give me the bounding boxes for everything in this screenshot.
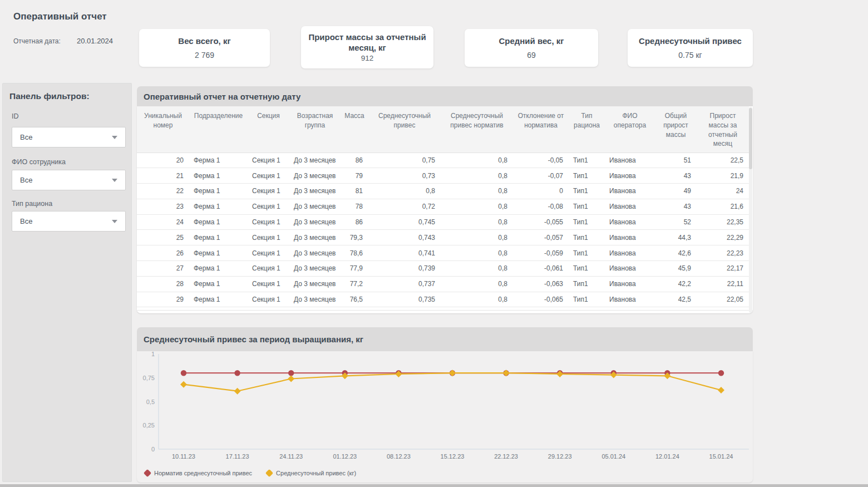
table-cell: 0,743: [368, 230, 441, 245]
table-cell: Секция 1: [248, 214, 289, 230]
data-point-marker: [288, 370, 294, 376]
table-cell: 22,05: [697, 292, 749, 307]
kpi-value: 912: [361, 54, 374, 62]
table-cell: Секция 1: [248, 230, 289, 245]
table-cell: 43: [655, 168, 697, 184]
table-cell: До 3 месяцев: [289, 261, 341, 277]
table-cell: Секция 1: [248, 261, 289, 277]
data-point-marker: [288, 375, 294, 382]
table-cell: 52: [655, 214, 697, 230]
table-cell: До 3 месяцев: [289, 168, 341, 184]
table-cell: 49: [655, 184, 697, 199]
data-point-marker: [181, 370, 186, 376]
x-axis-tick-label: 12.01.24: [655, 453, 679, 460]
table-cell: 77,9: [341, 261, 368, 277]
table-cell: 45,9: [655, 261, 697, 277]
bottom-scrollbar-strip[interactable]: [0, 484, 868, 487]
table-cell: 79: [341, 168, 368, 184]
table-cell: 79,3: [341, 230, 368, 245]
chevron-down-icon: [112, 179, 117, 182]
table-cell: 25: [137, 230, 189, 245]
chevron-down-icon: [112, 136, 117, 139]
table-row: 26Ферма 1Секция 1До 3 месяцев78,60,7410,…: [137, 245, 749, 261]
filter-select-employee[interactable]: Все: [12, 170, 126, 190]
table-cell: Иванова: [605, 184, 655, 199]
table-cell: 0,8: [441, 184, 513, 199]
table-cell: 24: [697, 184, 749, 199]
table-cell: -0,061: [513, 261, 569, 277]
legend-item[interactable]: Норматив среднесуточный привес: [145, 470, 252, 476]
y-axis-tick-label: 0: [151, 446, 155, 452]
data-point-marker: [503, 370, 510, 376]
table-cell: 0,73: [368, 168, 441, 184]
table-cell: 78,6: [341, 245, 368, 261]
filter-label-employee: ФИО сотрудника: [12, 158, 66, 166]
table-row: 23Ферма 1Секция 1До 3 месяцев780,720,8-0…: [137, 199, 749, 214]
y-axis-tick-label: 1: [151, 351, 155, 357]
table-cell: До 3 месяцев: [289, 184, 341, 199]
legend-item[interactable]: Среднесуточный привес (кг): [267, 470, 356, 476]
table-cell: 42,5: [655, 292, 697, 307]
table-cell: До 3 месяцев: [289, 245, 341, 261]
table-cell: До 3 месяцев: [289, 230, 341, 245]
table-cell: Ферма 1: [189, 153, 248, 168]
table-cell: -0,059: [513, 245, 569, 261]
chart-panel-title: Среднесуточный привес за период выращива…: [137, 327, 753, 351]
table-cell: 20: [137, 153, 189, 168]
table-cell: 42,2: [655, 276, 697, 292]
table-cell: -0,057: [513, 230, 569, 245]
table-cell: 0,8: [441, 292, 513, 307]
table-cell: 0,8: [441, 214, 513, 230]
table-cell: 0,737: [368, 276, 441, 292]
table-cell: 23: [137, 199, 189, 214]
table-cell: 86: [341, 214, 368, 230]
table-row: 22Ферма 1Секция 1До 3 месяцев810,80,80Ти…: [137, 184, 749, 199]
table-cell: Тип1: [569, 276, 605, 292]
scrollbar-thumb[interactable]: [749, 108, 752, 169]
table-cell: Ферма 1: [189, 214, 248, 230]
chevron-down-icon: [112, 220, 117, 223]
table-cell: -0,055: [513, 214, 569, 230]
table-scrollbar[interactable]: [749, 107, 752, 313]
data-point-marker: [234, 388, 241, 395]
data-point-marker: [449, 370, 456, 376]
table-cell: Тип1: [569, 153, 605, 168]
table-column-header: Возрастная группа: [289, 106, 341, 153]
table-cell: Ферма 1: [189, 261, 248, 277]
table-cell: 0,8: [441, 199, 513, 214]
table-cell: 22,17: [697, 261, 749, 277]
x-axis-tick-label: 15.01.24: [709, 453, 733, 460]
table-cell: Тип1: [569, 214, 605, 230]
table-cell: -0,07: [513, 168, 569, 184]
table-cell: 21: [137, 168, 189, 184]
filter-select-value: Все: [20, 176, 112, 184]
kpi-title: Средний вес, кг: [499, 36, 564, 47]
x-axis-tick-label: 08.12.23: [387, 453, 411, 460]
table-row: 25Ферма 1Секция 1До 3 месяцев79,30,7430,…: [137, 230, 749, 245]
kpi-value: 2 769: [195, 51, 214, 60]
table-cell: 0,8: [441, 276, 513, 292]
filter-select-ration[interactable]: Все: [12, 211, 126, 232]
kpi-card-daily-gain: Среднесуточный привес 0.75 кг: [628, 29, 753, 67]
filter-panel: Панель фильтров: ID Все ФИО сотрудника В…: [2, 83, 132, 482]
table-cell: 0,8: [441, 230, 513, 245]
report-date: Отчетная дата: 20.01.2024: [13, 37, 61, 45]
table-cell: До 3 месяцев: [289, 199, 341, 214]
table-cell: Ферма 1: [189, 230, 248, 245]
table-cell: -0,065: [513, 292, 569, 307]
table-cell: 0,741: [368, 245, 441, 261]
data-point-marker: [234, 370, 240, 376]
filter-select-id[interactable]: Все: [12, 127, 126, 147]
table-cell: 0,8: [441, 245, 513, 261]
table-cell: 0,8: [368, 184, 441, 199]
table-cell: 22,35: [697, 214, 749, 230]
table-cell: Секция 1: [248, 292, 289, 307]
table-cell: 27: [137, 261, 189, 277]
daily-gain-line-chart: 00,250,50,75110.11.2317.11.2324.11.2301.…: [137, 351, 753, 465]
table-cell: 76,5: [341, 292, 368, 307]
table-cell: Ферма 1: [189, 184, 248, 199]
table-column-header: Секция: [248, 106, 289, 153]
table-cell: Иванова: [605, 292, 655, 307]
table-partial-row: [137, 307, 753, 311]
table-cell: Секция 1: [248, 184, 289, 199]
